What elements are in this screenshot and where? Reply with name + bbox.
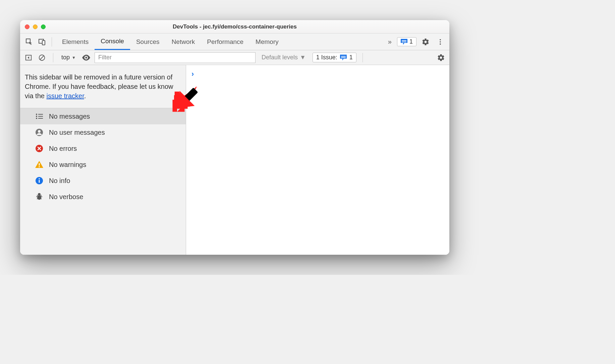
separator <box>53 53 53 62</box>
category-errors[interactable]: No errors <box>20 140 186 157</box>
toggle-sidebar-button[interactable] <box>23 53 34 63</box>
deprecation-notice: This sidebar will be removed in a future… <box>20 65 186 108</box>
devtools-window: DevTools - jec.fyi/demo/css-container-qu… <box>20 20 449 255</box>
category-label: No errors <box>49 145 77 153</box>
notice-text-post: . <box>84 92 86 100</box>
zoom-window-button[interactable] <box>41 24 46 29</box>
svg-point-2 <box>440 39 441 40</box>
tabs-right-cluster: » 1 <box>386 36 446 48</box>
svg-rect-21 <box>39 180 40 183</box>
minimize-window-button[interactable] <box>33 24 38 29</box>
category-label: No verbose <box>49 193 83 201</box>
issues-count: 1 <box>349 54 353 61</box>
device-toolbar-icon[interactable] <box>36 36 48 48</box>
issue-tracker-link[interactable]: issue tracker <box>46 92 84 100</box>
svg-point-11 <box>36 116 37 117</box>
console-sidebar: This sidebar will be removed in a future… <box>20 65 186 255</box>
more-options-button[interactable] <box>435 36 446 48</box>
svg-line-28 <box>37 198 38 199</box>
error-icon <box>35 144 44 153</box>
issues-label: 1 Issue: <box>316 54 337 61</box>
svg-point-22 <box>39 178 40 180</box>
category-list: No messages No user messages No errors N… <box>20 108 186 205</box>
warning-icon <box>35 160 44 169</box>
issues-icon <box>401 39 407 45</box>
svg-point-4 <box>440 43 441 45</box>
console-prompt-icon: › <box>191 70 194 78</box>
issues-badge[interactable]: 1 <box>397 37 416 46</box>
context-selector[interactable]: top ▼ <box>59 54 78 61</box>
console-settings-button[interactable] <box>436 53 446 63</box>
main-tabs-bar: Elements Console Sources Network Perform… <box>20 34 449 50</box>
tab-elements[interactable]: Elements <box>56 34 95 50</box>
settings-button[interactable] <box>420 36 431 48</box>
log-levels-selector[interactable]: Default levels ▼ <box>262 54 306 61</box>
inspect-element-icon[interactable] <box>23 36 35 48</box>
svg-line-29 <box>41 198 42 199</box>
svg-line-7 <box>40 56 44 59</box>
user-icon <box>35 128 44 137</box>
titlebar: DevTools - jec.fyi/demo/css-container-qu… <box>20 20 449 34</box>
svg-point-3 <box>440 41 441 43</box>
svg-rect-14 <box>38 118 43 119</box>
issues-icon <box>340 55 347 61</box>
svg-rect-18 <box>39 163 40 166</box>
live-expression-button[interactable] <box>81 53 91 63</box>
category-label: No warnings <box>49 161 86 169</box>
panel-tabs: Elements Console Sources Network Perform… <box>56 34 385 50</box>
console-output[interactable]: › <box>186 65 449 255</box>
console-body: This sidebar will be removed in a future… <box>20 65 449 255</box>
svg-rect-19 <box>39 166 40 167</box>
tab-console[interactable]: Console <box>95 34 130 50</box>
svg-point-9 <box>36 114 37 115</box>
tab-memory[interactable]: Memory <box>249 34 285 50</box>
svg-point-13 <box>36 118 37 119</box>
separator <box>52 37 52 47</box>
traffic-lights <box>25 24 46 29</box>
svg-point-16 <box>38 130 41 133</box>
svg-rect-1 <box>42 41 45 45</box>
separator <box>362 53 363 62</box>
category-messages[interactable]: No messages <box>20 108 186 124</box>
category-warnings[interactable]: No warnings <box>20 157 186 173</box>
tab-sources[interactable]: Sources <box>130 34 166 50</box>
bug-icon <box>35 192 44 201</box>
svg-line-26 <box>37 195 38 196</box>
tab-network[interactable]: Network <box>166 34 201 50</box>
filter-input[interactable] <box>95 52 256 63</box>
category-label: No messages <box>49 113 90 120</box>
tab-performance[interactable]: Performance <box>201 34 249 50</box>
levels-label: Default levels <box>262 54 298 61</box>
more-tabs-button[interactable]: » <box>386 38 394 46</box>
issues-badge-count: 1 <box>409 38 413 45</box>
category-info[interactable]: No info <box>20 173 186 189</box>
close-window-button[interactable] <box>25 24 30 29</box>
clear-console-button[interactable] <box>37 53 47 63</box>
issues-pill[interactable]: 1 Issue: 1 <box>313 53 356 62</box>
context-label: top <box>61 54 70 61</box>
info-icon <box>35 176 44 185</box>
svg-rect-12 <box>38 116 43 117</box>
category-label: No info <box>49 177 70 185</box>
svg-point-8 <box>85 57 87 58</box>
svg-line-27 <box>41 195 42 196</box>
window-title: DevTools - jec.fyi/demo/css-container-qu… <box>20 23 449 30</box>
chevron-down-icon: ▼ <box>72 55 76 60</box>
list-icon <box>35 112 44 121</box>
chevron-down-icon: ▼ <box>300 54 306 61</box>
category-user-messages[interactable]: No user messages <box>20 124 186 140</box>
console-toolbar: top ▼ Default levels ▼ 1 Issue: 1 <box>20 50 449 65</box>
category-verbose[interactable]: No verbose <box>20 189 186 205</box>
category-label: No user messages <box>49 129 105 136</box>
svg-rect-10 <box>38 114 43 115</box>
